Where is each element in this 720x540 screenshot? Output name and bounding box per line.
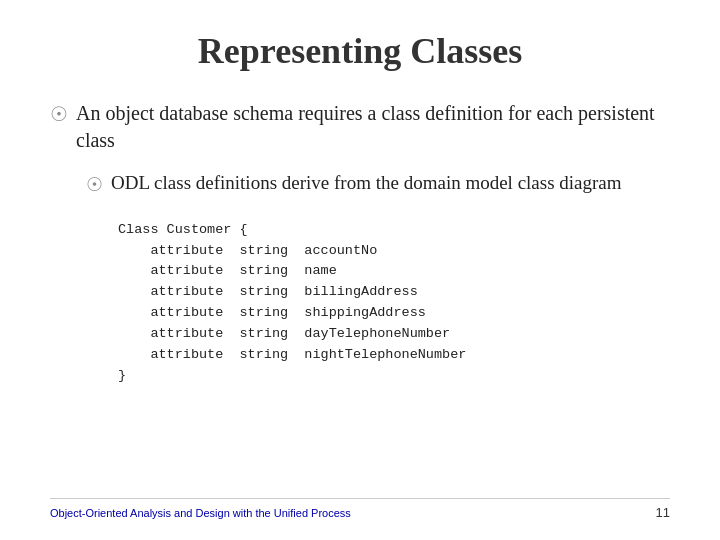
content-area: ☉ An object database schema requires a c… [50,100,670,498]
code-line-4: attribute string shippingAddress [118,303,670,324]
code-line-0: Class Customer { [118,220,670,241]
code-line-2: attribute string name [118,261,670,282]
bullet-2: ☉ ODL class definitions derive from the … [86,170,670,198]
bullet-1: ☉ An object database schema requires a c… [50,100,670,154]
slide: Representing Classes ☉ An object databas… [0,0,720,540]
code-line-3: attribute string billingAddress [118,282,670,303]
code-line-6: attribute string nightTelephoneNumber [118,345,670,366]
code-line-1: attribute string accountNo [118,241,670,262]
code-line-7: } [118,366,670,387]
code-line-5: attribute string dayTelephoneNumber [118,324,670,345]
bullet-icon-1: ☉ [50,101,68,128]
slide-title: Representing Classes [50,30,670,72]
footer: Object-Oriented Analysis and Design with… [50,498,670,520]
bullet-icon-2: ☉ [86,172,103,198]
footer-left: Object-Oriented Analysis and Design with… [50,507,351,519]
footer-page: 11 [656,505,670,520]
bullet-1-text: An object database schema requires a cla… [76,100,670,154]
code-block: Class Customer { attribute string accoun… [118,220,670,387]
bullet-2-text: ODL class definitions derive from the do… [111,170,622,196]
